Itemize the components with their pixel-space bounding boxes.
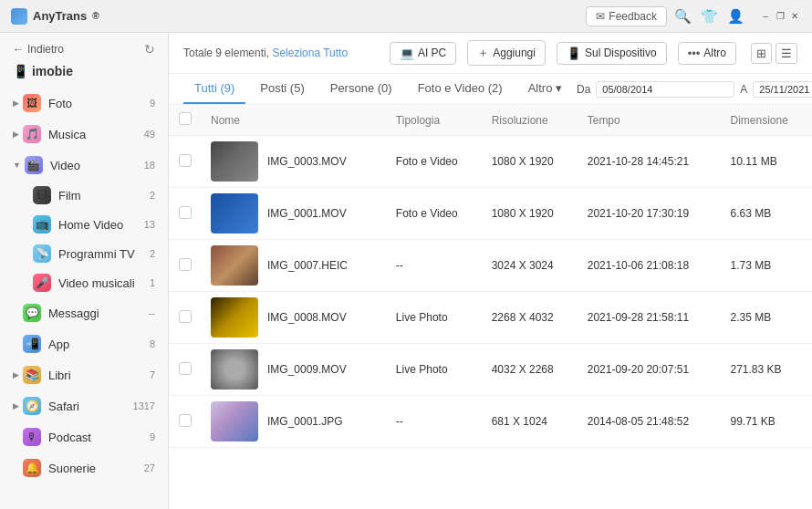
file-name: IMG_0007.HEIC xyxy=(267,259,348,272)
date-to-input[interactable] xyxy=(753,81,812,98)
file-name: IMG_0001.JPG xyxy=(267,415,343,428)
safari-label: Safari xyxy=(48,400,133,413)
sul-dispositivo-label: Sul Dispositivo xyxy=(585,47,657,59)
file-thumbnail xyxy=(211,401,258,441)
row-checkbox[interactable] xyxy=(179,206,192,219)
refresh-icon[interactable]: ↻ xyxy=(144,42,155,57)
date-from-input[interactable] xyxy=(596,81,734,98)
row-checkbox[interactable] xyxy=(179,362,192,375)
sidebar-item-homevideo[interactable]: 📺 Home Video 13 xyxy=(0,210,168,239)
sidebar-item-messaggi[interactable]: ▶ 💬 Messaggi -- xyxy=(0,297,168,328)
col-risoluzione: Risoluzione xyxy=(483,105,578,136)
expand-arrow-video: ▼ xyxy=(13,161,21,170)
file-cell: IMG_0001.MOV xyxy=(211,193,378,234)
sidebar-item-musica[interactable]: ▶ 🎵 Musica 49 xyxy=(0,119,168,150)
list-view-button[interactable]: ☰ xyxy=(776,43,797,64)
sidebar-item-video[interactable]: ▼ 🎬 Video 18 xyxy=(0,150,168,181)
ai-pc-button[interactable]: 💻 AI PC xyxy=(390,42,456,65)
sidebar-item-film[interactable]: 🎞 Film 2 xyxy=(0,181,168,210)
sidebar-item-libri[interactable]: ▶ 📚 Libri 7 xyxy=(0,359,168,390)
videomusicali-label: Video musicali xyxy=(58,276,150,290)
search-icon[interactable]: 🔍 xyxy=(674,8,692,25)
row-checkbox-cell[interactable] xyxy=(169,344,202,396)
musica-icon: 🎵 xyxy=(23,125,41,143)
content-area: Totale 9 elementi, Seleziona Tutto 💻 AI … xyxy=(169,33,812,509)
sul-dispositivo-button[interactable]: 📱 Sul Dispositivo xyxy=(557,42,667,65)
safari-count: 1317 xyxy=(133,400,155,411)
row-checkbox-cell[interactable] xyxy=(169,136,202,188)
sidebar-item-app[interactable]: ▶ 📲 App 8 xyxy=(0,328,168,359)
row-type-cell: -- xyxy=(387,240,483,292)
tab-altro[interactable]: Altro ▾ xyxy=(517,74,573,104)
row-checkbox[interactable] xyxy=(179,154,192,167)
table-row: IMG_0001.MOV Foto e Video 1080 X 1920 20… xyxy=(169,188,812,240)
tab-posti[interactable]: Posti (5) xyxy=(249,74,315,104)
row-type-cell: Live Photo xyxy=(387,344,483,396)
tab-tutti[interactable]: Tutti (9) xyxy=(183,74,245,104)
device-label: imobie xyxy=(32,64,73,78)
sidebar-item-podcast[interactable]: ▶ 🎙 Podcast 9 xyxy=(0,421,168,452)
feedback-button[interactable]: ✉ Feedback xyxy=(586,6,667,26)
film-count: 2 xyxy=(150,190,155,201)
feedback-icon: ✉ xyxy=(596,10,605,23)
table-row: IMG_0007.HEIC -- 3024 X 3024 2021-10-06 … xyxy=(169,240,812,292)
row-type-cell: -- xyxy=(387,396,483,448)
row-checkbox[interactable] xyxy=(179,414,192,427)
row-resolution-cell: 2268 X 4032 xyxy=(483,292,578,344)
sidebar-item-suonerie[interactable]: ▶ 🔔 Suonerie 27 xyxy=(0,452,168,483)
podcast-icon: 🎙 xyxy=(23,428,41,446)
row-checkbox-cell[interactable] xyxy=(169,396,202,448)
sidebar-item-safari[interactable]: ▶ 🧭 Safari 1317 xyxy=(0,390,168,421)
add-button[interactable]: ＋ Aggiungi xyxy=(467,40,546,66)
musica-label: Musica xyxy=(48,128,144,141)
expand-arrow-safari: ▶ xyxy=(13,401,19,410)
date-from-label: Da xyxy=(577,83,590,96)
homevideo-label: Home Video xyxy=(58,218,144,232)
expand-arrow-musica: ▶ xyxy=(13,130,19,139)
row-resolution-cell: 4032 X 2268 xyxy=(483,344,578,396)
podcast-count: 9 xyxy=(150,431,155,442)
row-checkbox-cell[interactable] xyxy=(169,292,202,344)
suonerie-label: Suonerie xyxy=(48,462,144,475)
view-toggle: ⊞ ☰ xyxy=(751,43,797,64)
grid-view-button[interactable]: ⊞ xyxy=(751,43,772,64)
row-checkbox[interactable] xyxy=(179,258,192,271)
foto-icon: 🖼 xyxy=(23,94,41,112)
row-time-cell: 2021-09-20 20:07:51 xyxy=(578,344,722,396)
row-checkbox[interactable] xyxy=(179,310,192,323)
restore-button[interactable]: ❐ xyxy=(774,10,786,23)
tv-icon: 📡 xyxy=(33,244,51,263)
user-icon[interactable]: 👤 xyxy=(727,8,744,25)
sidebar-item-foto[interactable]: ▶ 🖼 Foto 9 xyxy=(0,88,168,119)
tab-persone[interactable]: Persone (0) xyxy=(319,74,403,104)
row-size-cell: 2.35 MB xyxy=(722,292,813,344)
file-thumbnail xyxy=(211,297,258,338)
homevideo-count: 13 xyxy=(144,219,155,230)
select-all-header[interactable] xyxy=(169,105,202,136)
col-dimensione: Dimensione xyxy=(722,105,813,136)
select-all-checkbox[interactable] xyxy=(179,112,192,125)
row-name-cell: IMG_0001.MOV xyxy=(202,188,387,240)
close-button[interactable]: ✕ xyxy=(788,10,801,23)
file-cell: IMG_0003.MOV xyxy=(211,141,378,182)
tab-foto-video[interactable]: Foto e Video (2) xyxy=(407,74,514,104)
feedback-label: Feedback xyxy=(609,10,657,23)
row-time-cell: 2014-08-05 21:48:52 xyxy=(578,396,722,448)
titlebar: AnyTrans® ✉ Feedback 🔍 👕 👤 – ❐ ✕ xyxy=(0,0,812,33)
shirt-icon[interactable]: 👕 xyxy=(701,8,718,25)
row-checkbox-cell[interactable] xyxy=(169,188,202,240)
back-button[interactable]: ← Indietro xyxy=(13,43,64,56)
row-checkbox-cell[interactable] xyxy=(169,240,202,292)
select-all-link[interactable]: Seleziona Tutto xyxy=(272,47,348,59)
sidebar-item-videomusicali[interactable]: 🎤 Video musicali 1 xyxy=(0,268,168,297)
row-resolution-cell: 3024 X 3024 xyxy=(483,240,578,292)
altro-button[interactable]: ••• Altro xyxy=(678,42,736,65)
row-name-cell: IMG_0008.MOV xyxy=(202,292,387,344)
file-name: IMG_0001.MOV xyxy=(267,207,347,220)
sidebar: ← Indietro ↻ 📱 imobie ▶ 🖼 Foto 9 ▶ 🎵 Mus… xyxy=(0,33,169,509)
video-icon: 🎬 xyxy=(25,156,43,174)
minimize-button[interactable]: – xyxy=(759,10,772,23)
suonerie-icon: 🔔 xyxy=(23,459,41,477)
file-cell: IMG_0007.HEIC xyxy=(211,245,378,286)
sidebar-item-programmitv[interactable]: 📡 Programmi TV 2 xyxy=(0,239,168,268)
